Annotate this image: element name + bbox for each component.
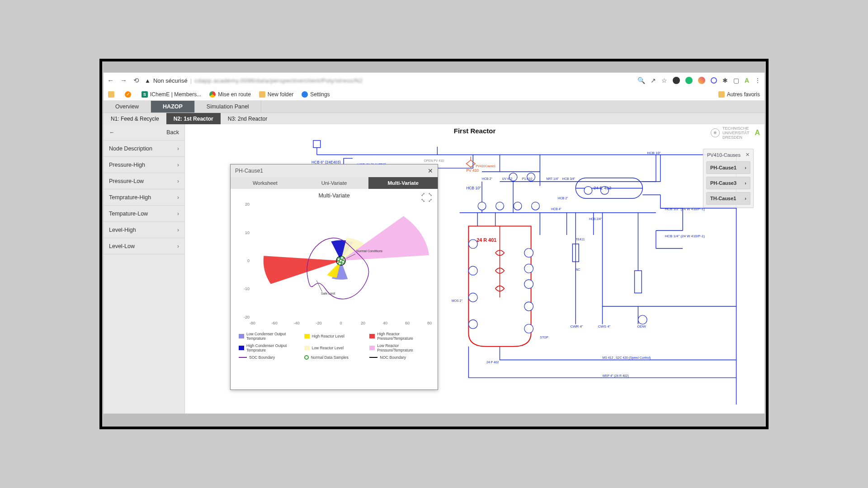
svg-text:-80: -80	[250, 321, 255, 325]
svg-point-15	[478, 202, 486, 210]
svg-text:PV 410: PV 410	[467, 168, 479, 173]
sidebar-item[interactable]: Pressure-Low›	[104, 173, 184, 189]
svg-point-23	[638, 315, 647, 324]
causes-panel-title: PV410-Causes	[707, 152, 741, 158]
svg-text:TE411: TE411	[576, 238, 585, 241]
svg-text:80: 80	[427, 321, 432, 325]
profile-icon[interactable]: A	[745, 77, 749, 84]
subtab[interactable]: N1: Feed & Recycle	[104, 113, 166, 124]
legend-item: NOC Boundary	[369, 355, 431, 360]
ext-icon-2[interactable]	[685, 77, 693, 84]
svg-text:HCB 10": HCB 10"	[467, 186, 481, 190]
legend-item: High Reactor Level	[304, 332, 366, 341]
svg-text:HCB 2": HCB 2"	[558, 197, 568, 200]
legend-item: Low Condenser Output Temprature	[239, 332, 301, 341]
causes-panel: PV410-Causes ✕ PH-Cause1›PH-Cause3›TH-Ca…	[703, 149, 754, 208]
sidebar-item[interactable]: Back	[104, 124, 184, 141]
svg-text:40: 40	[383, 321, 387, 325]
bookmark-item[interactable]: Mise en route	[209, 91, 251, 98]
svg-text:24 P 402: 24 P 402	[486, 361, 499, 364]
svg-rect-0	[313, 141, 321, 148]
svg-text:P1-410: P1-410	[522, 177, 532, 180]
bookmark-item[interactable]: New folder	[259, 91, 293, 98]
svg-text:-10: -10	[244, 286, 250, 291]
ext-icon-1[interactable]	[673, 77, 680, 84]
back-icon[interactable]: ←	[107, 76, 114, 84]
svg-point-18	[532, 202, 540, 210]
menu-icon[interactable]: ⋮	[755, 77, 761, 84]
svg-text:WEP 4" (24 R 402): WEP 4" (24 R 402)	[603, 374, 629, 378]
close-icon[interactable]: ✕	[428, 167, 433, 174]
svg-text:-20: -20	[316, 321, 322, 325]
url-text[interactable]: cdapp.academy.0096/data/perspective/clie…	[194, 77, 363, 84]
sidebar-item[interactable]: Node Description›	[104, 141, 184, 157]
svg-point-72	[338, 262, 341, 265]
close-icon[interactable]: ✕	[745, 152, 750, 158]
subtab[interactable]: N3: 2nd Reactor	[221, 113, 274, 124]
multivariate-chart: -20-1001020-80-60-40-20020406080Normal C…	[234, 199, 434, 330]
svg-point-9	[468, 320, 477, 329]
share-icon[interactable]: ↗	[651, 77, 656, 84]
window-icon[interactable]: ▢	[733, 77, 739, 84]
svg-point-71	[340, 257, 343, 259]
svg-point-70	[342, 260, 344, 263]
svg-point-17	[514, 202, 522, 210]
svg-text:HCB 1/2" (24 W 410/P-1): HCB 1/2" (24 W 410/P-1)	[665, 207, 705, 211]
svg-point-13	[524, 302, 533, 311]
top-tabs: OverviewHAZOPSimulation Panel	[104, 101, 764, 113]
cause-button[interactable]: PH-Cause1›	[706, 161, 750, 174]
svg-text:20: 20	[361, 321, 365, 325]
svg-text:MS 412 , S2C 420 (Speed Contro: MS 412 , S2C 420 (Speed Control)	[603, 356, 651, 360]
cause-button[interactable]: TH-Cause1›	[706, 192, 750, 205]
svg-text:HCB 2": HCB 2"	[482, 177, 492, 180]
legend-item: Normal Data Samples	[304, 355, 366, 360]
svg-text:HCB 10": HCB 10"	[647, 151, 661, 155]
cause-button[interactable]: PH-Cause3›	[706, 177, 750, 189]
svg-text:-40: -40	[294, 321, 300, 325]
main-canvas: First Reactor ❋TECHNISCHEUNIVERSITÄTDRES…	[185, 124, 764, 413]
search-icon[interactable]: 🔍	[637, 77, 645, 84]
bookmark-item[interactable]: Settings	[302, 91, 330, 98]
svg-text:-20: -20	[244, 315, 250, 319]
sub-tabs: N1: Feed & RecycleN2: 1st ReactorN3: 2nd…	[104, 113, 764, 124]
insecure-icon: ▲	[145, 77, 151, 84]
ext-icon-4[interactable]	[711, 77, 717, 84]
svg-text:HCB 2/4": HCB 2/4"	[589, 217, 602, 221]
sidebar-item[interactable]: Level-Low›	[104, 238, 184, 254]
workspace: BackNode Description›Pressure-High›Press…	[104, 124, 764, 413]
extensions-icon[interactable]: ✱	[722, 77, 728, 84]
tab-overview[interactable]: Overview	[104, 101, 151, 113]
svg-text:CWR 4": CWR 4"	[570, 324, 583, 328]
sidebar-item[interactable]: Tempature-Low›	[104, 206, 184, 222]
tab-simulation-panel[interactable]: Simulation Panel	[195, 101, 261, 113]
subtab[interactable]: N2: 1st Reactor	[166, 113, 221, 124]
tab-hazop[interactable]: HAZOP	[151, 101, 195, 113]
svg-text:HCB 4": HCB 4"	[551, 207, 561, 211]
svg-text:60: 60	[405, 321, 410, 325]
phcause-modal: PH-Cause1 ✕ WorksheetUni-VariateMulti-Va…	[230, 164, 438, 390]
bookmark-item[interactable]	[108, 91, 117, 98]
page-title: First Reactor	[454, 127, 496, 135]
svg-text:24 E 402: 24 E 402	[594, 185, 611, 190]
modal-tab[interactable]: Uni-Variate	[300, 177, 369, 189]
sidebar-item[interactable]: Pressure-High›	[104, 157, 184, 173]
reload-icon[interactable]: ⟲	[133, 76, 139, 84]
sidebar-item[interactable]: Level-High›	[104, 222, 184, 238]
legend-item: Low Reactor Level	[304, 343, 366, 352]
star-icon[interactable]: ☆	[661, 77, 667, 84]
bookmark-item[interactable]: SIChemE | Members...	[142, 91, 201, 98]
modal-tab[interactable]: Multi-Variate	[368, 177, 438, 189]
sidebar-item[interactable]: Temprature-High›	[104, 189, 184, 206]
legend-item: High Condenser Output Temprature	[239, 343, 301, 352]
svg-text:ODW: ODW	[637, 324, 646, 328]
modal-tab[interactable]: Worksheet	[231, 177, 300, 189]
bookmark-other[interactable]: Autres favoris	[718, 91, 760, 98]
ext-icon-3[interactable]	[698, 77, 705, 84]
svg-text:-60: -60	[272, 321, 278, 325]
forward-icon[interactable]: →	[120, 76, 127, 84]
bookmark-item[interactable]: ✓	[125, 91, 133, 98]
svg-point-8	[468, 293, 477, 302]
svg-text:PV410Cause1: PV410Cause1	[476, 164, 496, 168]
modal-title: PH-Cause1	[235, 168, 263, 174]
legend-item: High Reactor Pressure/Temprature	[369, 332, 431, 341]
